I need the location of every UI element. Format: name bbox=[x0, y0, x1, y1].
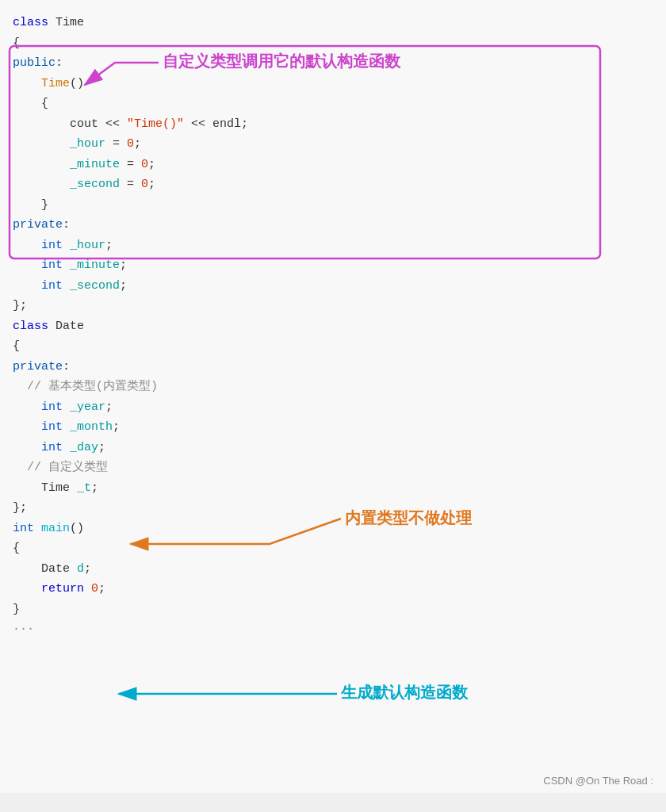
code-line: }; bbox=[0, 498, 666, 519]
code-line: Time _t; bbox=[0, 478, 666, 499]
code-line: { bbox=[0, 336, 666, 357]
code-line: class Time bbox=[0, 13, 666, 33]
code-line: _hour = 0; bbox=[0, 134, 666, 155]
code-line: }; bbox=[0, 296, 666, 316]
code-line: } bbox=[0, 599, 666, 620]
code-line: { bbox=[0, 538, 666, 559]
code-line: { bbox=[0, 94, 666, 114]
code-line: return 0; bbox=[0, 579, 666, 599]
code-line: public: bbox=[0, 53, 666, 74]
code-line: _minute = 0; bbox=[0, 155, 666, 175]
code-line: } bbox=[0, 195, 666, 216]
code-line: Date d; bbox=[0, 559, 666, 580]
code-line: int _day; bbox=[0, 438, 666, 458]
code-line: // 自定义类型 bbox=[0, 458, 666, 478]
code-line: int _second; bbox=[0, 276, 666, 297]
code-area: class Time{public:Time(){cout << "Time()… bbox=[0, 0, 666, 793]
code-line: int main() bbox=[0, 519, 666, 539]
code-line: int _minute; bbox=[0, 255, 666, 276]
watermark: CSDN @On The Road : bbox=[543, 775, 653, 787]
code-line: ··· bbox=[0, 619, 666, 640]
code-line: _second = 0; bbox=[0, 174, 666, 195]
code-line: int _hour; bbox=[0, 236, 666, 256]
code-line: // 基本类型(内置类型) bbox=[0, 377, 666, 397]
code-line: { bbox=[0, 33, 666, 54]
code-line: int _year; bbox=[0, 397, 666, 418]
code-line: Time() bbox=[0, 74, 666, 94]
code-line: class Date bbox=[0, 316, 666, 337]
code-line: cout << "Time()" << endl; bbox=[0, 114, 666, 135]
code-line: private: bbox=[0, 357, 666, 377]
code-line: int _month; bbox=[0, 417, 666, 438]
annotation3-text: 生成默认构造函数 bbox=[340, 684, 469, 701]
code-line: private: bbox=[0, 215, 666, 236]
